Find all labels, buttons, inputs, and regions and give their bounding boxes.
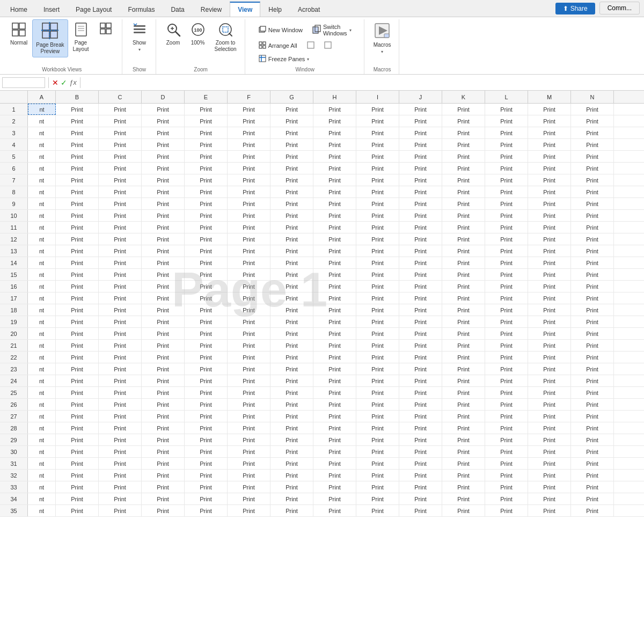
cell[interactable]: Print [270,422,313,434]
cell[interactable]: Print [56,233,99,245]
cell[interactable]: Print [571,422,614,434]
cell[interactable]: Print [399,481,442,493]
cell[interactable]: Print [571,328,614,339]
cell[interactable]: Print [528,127,571,138]
cell[interactable]: Print [442,281,485,292]
cell[interactable]: Print [142,422,185,434]
cell[interactable]: Print [485,399,528,410]
tab-data[interactable]: Data [163,2,192,17]
cell[interactable]: nt [28,174,56,186]
cell[interactable]: nt [28,411,56,422]
cell[interactable]: Print [270,434,313,445]
cell[interactable]: Print [571,375,614,386]
cell[interactable]: Print [399,316,442,327]
cell[interactable]: Print [228,127,270,138]
cell[interactable]: Print [485,422,528,434]
cell[interactable]: nt [28,292,56,304]
cell[interactable]: Print [228,257,270,268]
cell[interactable]: Print [399,458,442,469]
cell[interactable]: Print [185,328,228,339]
cell[interactable]: Print [528,411,571,422]
cell[interactable]: Print [485,340,528,351]
cell[interactable]: Print [485,304,528,316]
cell[interactable]: Print [442,174,485,186]
cell[interactable]: Print [270,222,313,233]
cell[interactable]: Print [485,245,528,257]
cell[interactable]: Print [442,422,485,434]
arrange-all-button[interactable]: Arrange All [255,39,301,52]
cell[interactable]: Print [313,163,356,174]
cell[interactable]: Print [485,139,528,150]
cell[interactable]: Print [399,127,442,138]
cell[interactable]: Print [270,281,313,292]
cell[interactable]: Print [528,340,571,351]
cell[interactable]: Print [270,375,313,386]
cell[interactable]: Print [228,446,270,457]
cell[interactable]: Print [442,269,485,280]
cell[interactable]: Print [56,269,99,280]
cell[interactable]: Print [185,127,228,138]
cell[interactable]: Print [228,340,270,351]
cell[interactable]: Print [313,399,356,410]
cell[interactable]: Print [485,493,528,504]
cell[interactable]: Print [185,257,228,268]
cell[interactable]: Print [185,304,228,316]
cell[interactable]: nt [28,316,56,327]
cell[interactable]: Print [270,470,313,481]
cell[interactable]: Print [399,375,442,386]
cell[interactable]: Print [442,127,485,138]
cell[interactable]: Print [571,304,614,316]
cell[interactable]: Print [571,340,614,351]
cell[interactable]: Print [399,281,442,292]
cell[interactable]: Print [571,470,614,481]
cell[interactable]: Print [228,304,270,316]
cell[interactable]: Print [313,422,356,434]
cell[interactable]: Print [399,292,442,304]
cell[interactable]: Print [571,222,614,233]
cell[interactable]: Print [185,104,228,115]
new-window-button[interactable]: New Window [255,24,306,36]
cell[interactable]: Print [399,352,442,363]
cell[interactable]: Print [228,363,270,375]
cell[interactable]: Print [571,352,614,363]
cell[interactable]: Print [528,186,571,197]
cell[interactable]: nt [28,104,56,115]
cell[interactable]: Print [313,257,356,268]
cell[interactable]: Print [399,222,442,233]
cell[interactable]: Print [56,281,99,292]
col-header-f[interactable]: F [228,91,270,103]
cell[interactable]: Print [571,245,614,257]
cell[interactable]: Print [99,375,142,386]
cell[interactable]: Print [485,375,528,386]
cell[interactable]: Print [185,340,228,351]
cell[interactable]: Print [99,458,142,469]
cell[interactable]: Print [313,210,356,221]
cell[interactable]: Print [485,233,528,245]
cell[interactable]: Print [528,505,571,516]
cell[interactable]: Print [56,304,99,316]
cell[interactable]: Print [228,411,270,422]
cell[interactable]: Print [99,115,142,127]
cell[interactable]: Print [528,139,571,150]
cell[interactable]: nt [28,163,56,174]
cell[interactable]: Print [485,505,528,516]
zoom-100-button[interactable]: 100 100% [186,19,210,49]
cell[interactable]: Print [185,292,228,304]
cell[interactable]: Print [485,151,528,162]
cell[interactable]: Print [571,115,614,127]
cell[interactable]: Print [356,458,399,469]
cell[interactable]: Print [228,352,270,363]
cell[interactable]: nt [28,375,56,386]
cell[interactable]: Print [399,422,442,434]
cell[interactable]: Print [142,340,185,351]
cell[interactable]: Print [313,340,356,351]
cell[interactable]: nt [28,222,56,233]
cell[interactable]: Print [356,127,399,138]
cell[interactable]: Print [185,115,228,127]
cell[interactable]: nt [28,186,56,197]
cell[interactable]: Print [99,470,142,481]
cell[interactable]: Print [356,233,399,245]
cell[interactable]: Print [528,434,571,445]
cell[interactable]: Print [571,104,614,115]
cell[interactable]: Print [313,505,356,516]
